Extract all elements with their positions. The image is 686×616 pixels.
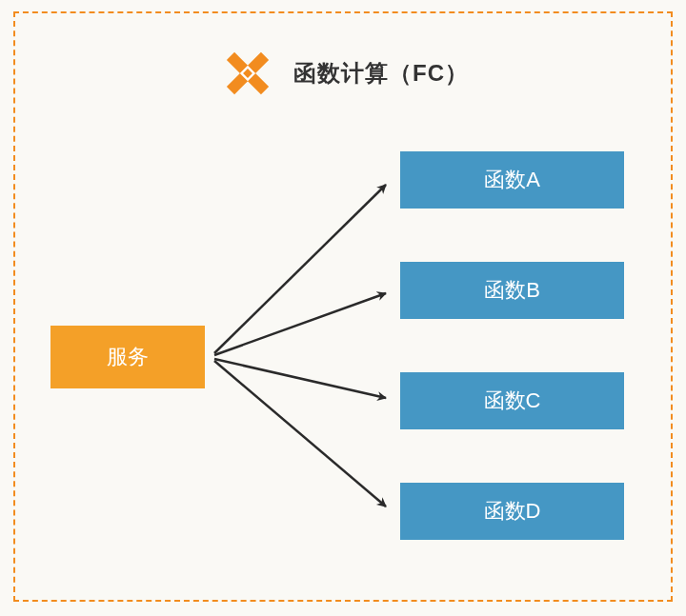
function-label: 函数B <box>484 276 540 305</box>
fc-logo-icon <box>219 45 276 102</box>
function-node-a: 函数A <box>400 151 624 209</box>
function-label: 函数D <box>484 497 541 526</box>
function-node-d: 函数D <box>400 483 624 540</box>
header: 函数计算（FC） <box>219 45 469 102</box>
function-node-b: 函数B <box>400 262 624 319</box>
function-label: 函数A <box>484 166 540 194</box>
function-label: 函数C <box>484 387 541 415</box>
diagram-title: 函数计算（FC） <box>293 58 469 89</box>
function-node-c: 函数C <box>400 372 624 429</box>
service-label: 服务 <box>107 343 149 371</box>
service-node: 服务 <box>50 326 205 388</box>
